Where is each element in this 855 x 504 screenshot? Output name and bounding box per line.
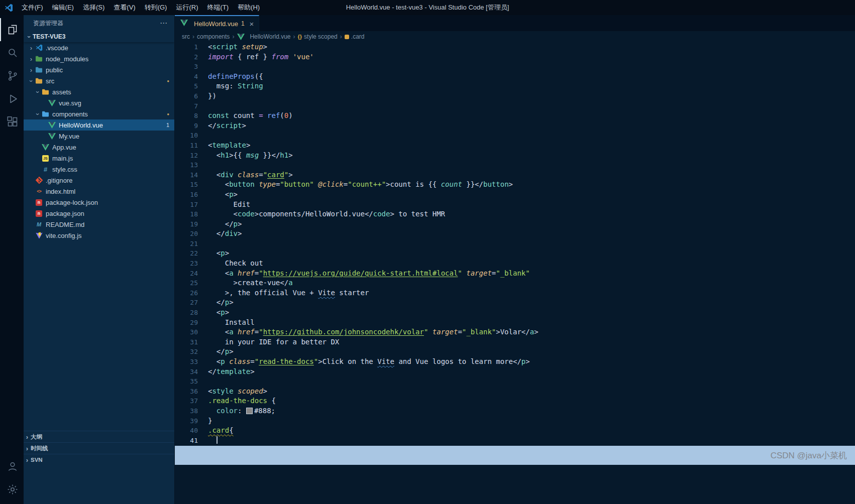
code-line[interactable]: 21 [175,239,855,249]
code-line[interactable]: 37.read-the-docs { [175,396,855,406]
modified-dot: ● [167,79,169,83]
tree-item-style-css[interactable]: #style.css [24,164,174,175]
breadcrumb-item[interactable]: HelloWorld.vue [237,33,290,41]
code-line[interactable]: 22 <p> [175,248,855,259]
code-line[interactable]: 23 Check out [175,259,855,269]
code-line[interactable]: 31 in your IDE for a better DX [175,337,855,347]
code-line[interactable]: 4defineProps({ [175,72,855,82]
settings-icon[interactable] [0,478,24,501]
breadcrumb-item[interactable]: .card [345,33,365,40]
code-line[interactable]: 32 </p> [175,347,855,357]
code-line[interactable]: 6}) [175,91,855,101]
code-line[interactable]: 17 Edit [175,200,855,210]
code-line[interactable]: 27 </p> [175,298,855,308]
code-line[interactable]: 8const count = ref(0) [175,111,855,121]
code-line[interactable]: 15 <button type="button" @click="count++… [175,180,855,190]
line-number: 41 [175,436,198,446]
code-line[interactable]: 7 [175,101,855,111]
menu-item[interactable]: 运行(R) [171,0,202,15]
tab-helloworld-vue[interactable]: HelloWorld.vue 1 × [175,15,259,31]
tree-item-assets[interactable]: ›assets [24,86,174,97]
close-icon[interactable]: × [250,20,254,28]
code-line[interactable]: 2import { ref } from 'vue' [175,52,855,62]
search-icon[interactable] [0,41,24,64]
code-line[interactable]: 12 <h1>{{ msg }}</h1> [175,151,855,161]
code-line-content: <code>components/HelloWorld.vue</code> t… [198,209,445,219]
more-actions-icon[interactable]: ⋯ [160,19,167,28]
tree-item-vscode[interactable]: ›.vscode [24,42,174,53]
folder-icon [35,77,43,85]
code-line[interactable]: 40.card{ [175,426,855,436]
code-line[interactable]: 10 [175,131,855,141]
code-line[interactable]: 34</template> [175,367,855,377]
menu-item[interactable]: 终端(T) [202,0,233,15]
panel-section-item[interactable]: ›大纲 [24,431,174,442]
code-line[interactable]: 3 [175,62,855,72]
code-line[interactable]: 29 Install [175,318,855,328]
tree-item-package-json[interactable]: npackage.json [24,208,174,219]
code-line[interactable]: 26 >, the official Vue + Vite starter [175,288,855,298]
menu-item[interactable]: 选择(S) [78,0,109,15]
code-line[interactable]: 25 >create-vue</a [175,278,855,288]
explorer-icon[interactable] [0,18,24,41]
tab-bar: HelloWorld.vue 1 × [175,15,855,31]
tree-item-src[interactable]: ›src● [24,75,174,86]
code-line-content: }) [198,91,217,101]
code-line[interactable]: 35 [175,376,855,387]
project-section-header[interactable]: › TEST-VUE3 [24,31,174,42]
tree-item-label: node_modules [46,55,88,63]
tree-item-components[interactable]: ›components● [24,108,174,119]
tree-item-package-lock-json[interactable]: npackage-lock.json [24,197,174,208]
code-line[interactable]: 1<script setup> [175,42,855,52]
menu-item[interactable]: 转到(G) [140,0,172,15]
source-control-icon[interactable] [0,64,24,87]
extensions-icon[interactable] [0,110,24,134]
panel-section-item[interactable]: ›时间线 [24,442,174,454]
md-icon: M [35,220,43,228]
code-editor[interactable]: 1<script setup>2import { ref } from 'vue… [175,42,855,504]
code-line[interactable]: 36<style scoped> [175,387,855,397]
code-line[interactable]: 24 <a href="https://vuejs.org/guide/quic… [175,269,855,279]
code-line[interactable]: 13 [175,160,855,170]
tree-item-index-html[interactable]: <>index.html [24,186,174,197]
run-debug-icon[interactable] [0,87,24,110]
code-line[interactable]: 18 <code>components/HelloWorld.vue</code… [175,209,855,219]
code-line-content: </script> [198,121,246,131]
menu-item[interactable]: 编辑(E) [48,0,78,15]
code-line[interactable]: 9</script> [175,121,855,131]
line-number: 26 [175,288,198,298]
tree-item-main-js[interactable]: JSmain.js [24,153,174,164]
code-line[interactable]: 5 msg: String [175,81,855,91]
tree-item-gitignore[interactable]: .gitignore [24,175,174,186]
code-line[interactable]: 19 </p> [175,219,855,229]
code-line-content: </p> [198,347,234,357]
code-line[interactable]: 11<template> [175,141,855,151]
tree-item-app-vue[interactable]: App.vue [24,142,174,153]
menu-item[interactable]: 查看(V) [109,0,140,15]
tree-item-vite-config-js[interactable]: vite.config.js [24,230,174,241]
code-line[interactable]: 14 <div class="card"> [175,170,855,180]
menu-item[interactable]: 文件(F) [17,0,48,15]
activity-bar-top [0,18,24,134]
menu-item[interactable]: 帮助(H) [233,0,264,15]
breadcrumb-item[interactable]: components [197,33,230,40]
tree-item-readme-md[interactable]: MREADME.md [24,219,174,230]
code-line[interactable]: 30 <a href="https://github.com/johnsonco… [175,327,855,337]
code-line[interactable]: 33 <p class="read-the-docs">Click on the… [175,357,855,367]
code-line[interactable]: 38 color: #888; [175,406,855,416]
tree-item-helloworld-vue[interactable]: HelloWorld.vue1 [24,119,174,131]
code-line[interactable]: 39} [175,416,855,426]
breadcrumb-item[interactable]: src [182,33,190,40]
tree-item-public[interactable]: ›public [24,64,174,75]
breadcrumb-item[interactable]: {}style scoped [298,33,338,40]
code-line[interactable]: 20 </div> [175,229,855,239]
code-line[interactable]: 16 <p> [175,190,855,200]
tree-item-vue-svg[interactable]: vue.svg [24,97,174,108]
panel-section-svn[interactable]: ›SVN [24,454,174,465]
code-line[interactable]: 28 <p> [175,308,855,318]
tree-item-my-vue[interactable]: My.vue [24,131,174,142]
code-line-content: <p> [198,308,229,318]
tree-item-node-modules[interactable]: ›node_modules [24,53,174,64]
code-line[interactable]: 41 [175,436,855,446]
account-icon[interactable] [0,455,24,478]
